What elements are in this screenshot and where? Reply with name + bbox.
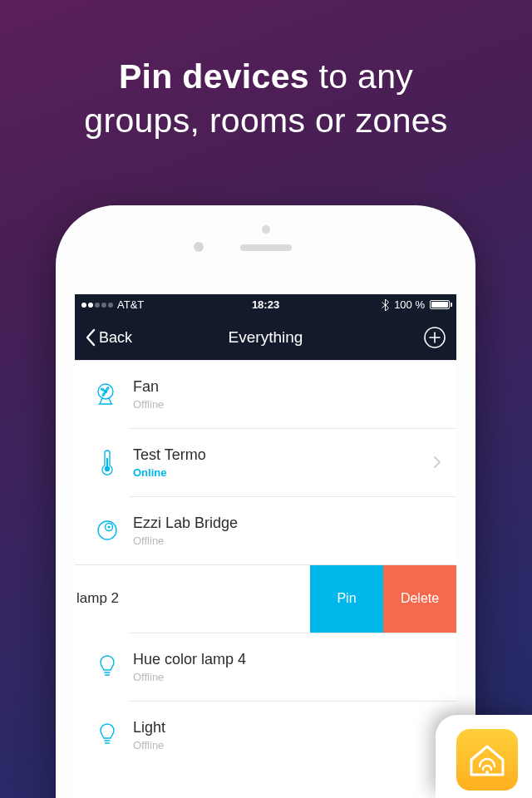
chevron-right-icon: [433, 456, 441, 469]
back-button[interactable]: Back: [85, 328, 132, 347]
add-button[interactable]: [423, 326, 446, 349]
pin-label: Pin: [337, 591, 356, 606]
battery-percent: 100 %: [394, 298, 425, 311]
device-name: Test Termo: [133, 446, 206, 464]
device-name: Ezzi Lab Bridge: [133, 515, 238, 532]
status-right: 100 %: [382, 298, 450, 311]
thermometer-icon: [93, 448, 121, 476]
status-left: AT&T: [81, 298, 144, 311]
headline-bold: Pin devices: [119, 57, 309, 96]
device-row-swiped[interactable]: lamp 2 Pin Delete: [75, 564, 456, 633]
promo-background: Pin devices to any groups, rooms or zone…: [0, 0, 532, 798]
delete-label: Delete: [401, 591, 439, 606]
device-status: Offline: [133, 671, 246, 683]
battery-icon: [430, 300, 450, 309]
device-row[interactable]: Ezzi Lab Bridge Offline: [75, 496, 456, 564]
phone-speaker: [240, 244, 292, 251]
headline-line2: groups, rooms or zones: [84, 101, 447, 140]
bulb-icon: [93, 653, 121, 680]
device-row[interactable]: Test Termo Online: [75, 428, 456, 496]
headline-rest: to any: [309, 57, 413, 96]
pin-button[interactable]: Pin: [310, 564, 383, 633]
status-bar: AT&T 18:23 100 %: [75, 294, 456, 315]
phone-sensor: [262, 225, 270, 234]
bluetooth-icon: [382, 299, 389, 311]
device-status: Offline: [133, 534, 238, 547]
device-name: Light: [133, 719, 165, 736]
plus-circle-icon: [423, 326, 446, 349]
delete-button[interactable]: Delete: [383, 564, 456, 633]
device-status: Offline: [133, 398, 164, 411]
bridge-icon: [93, 518, 121, 543]
svg-point-7: [107, 525, 110, 528]
svg-point-8: [485, 771, 489, 774]
nav-title: Everything: [229, 328, 303, 347]
device-row[interactable]: Hue color lamp 4 Offline: [75, 633, 456, 701]
phone-screen: AT&T 18:23 100 %: [75, 294, 456, 798]
promo-headline: Pin devices to any groups, rooms or zone…: [0, 55, 532, 144]
device-list[interactable]: Fan Offline Test Termo: [75, 360, 456, 769]
device-status: Offline: [133, 739, 165, 751]
bulb-icon: [93, 722, 121, 748]
device-name: lamp 2: [75, 590, 119, 607]
status-time: 18:23: [252, 298, 279, 311]
signal-dots-icon: [81, 303, 113, 308]
home-app-icon: [456, 729, 518, 791]
device-row[interactable]: Fan Offline: [75, 360, 456, 428]
chevron-left-icon: [85, 328, 96, 347]
carrier-label: AT&T: [117, 298, 144, 311]
phone-camera: [194, 242, 204, 252]
device-row[interactable]: Light Offline: [75, 701, 456, 769]
device-status: Online: [133, 466, 206, 479]
device-name: Hue color lamp 4: [133, 651, 246, 668]
nav-bar: Back Everything: [75, 315, 456, 360]
phone-frame: AT&T 18:23 100 %: [56, 205, 475, 798]
back-label: Back: [99, 329, 132, 347]
device-name: Fan: [133, 378, 164, 396]
app-badge: [436, 715, 532, 798]
fan-icon: [93, 382, 121, 406]
